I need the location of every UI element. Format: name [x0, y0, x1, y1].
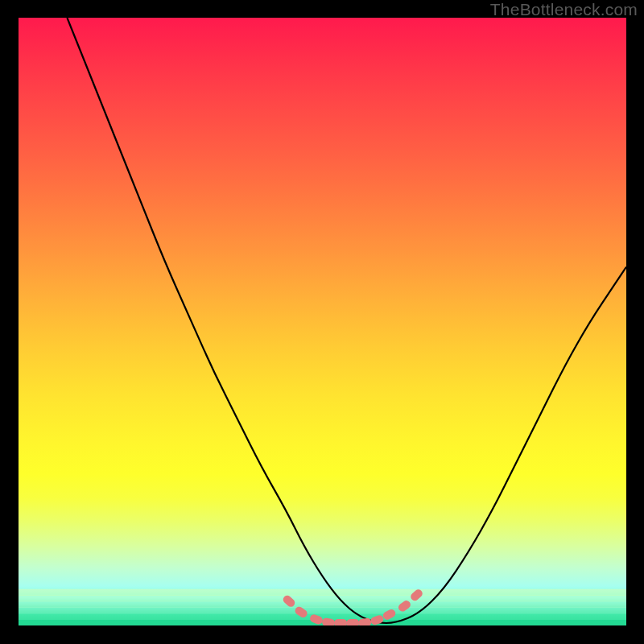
svg-rect-4 [19, 595, 626, 601]
plot-frame [19, 18, 626, 625]
svg-rect-2 [19, 607, 626, 613]
svg-rect-5 [19, 589, 626, 596]
bottleneck-curve [67, 18, 626, 623]
trough-marker [334, 619, 347, 625]
svg-rect-3 [19, 601, 626, 608]
curve-plot [19, 18, 626, 625]
svg-rect-1 [19, 613, 626, 620]
trough-marker [346, 619, 359, 625]
watermark-label: TheBottleneck.com [490, 0, 638, 19]
